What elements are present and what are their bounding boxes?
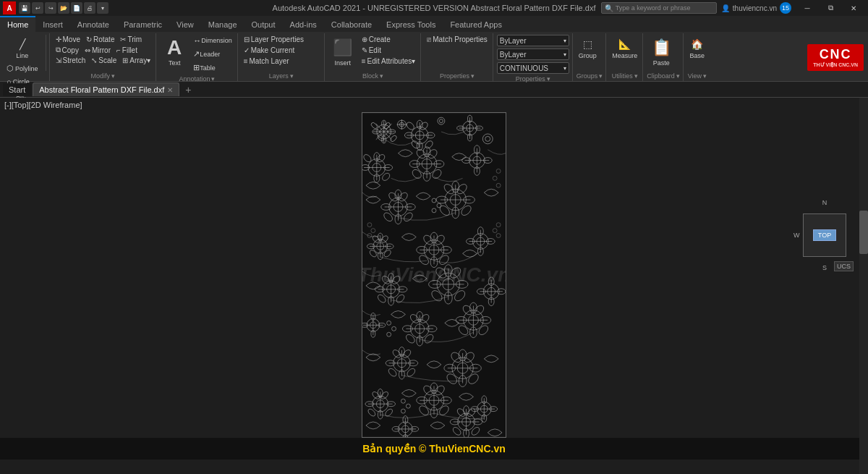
modify-dropdown-icon[interactable]: ▾ <box>111 72 115 80</box>
dimension-button[interactable]: ↔ Dimension <box>191 35 234 46</box>
measure-button[interactable]: 📐 Measure <box>610 35 639 61</box>
print-icon[interactable]: 🖨 <box>84 2 95 14</box>
utilities-dropdown-icon[interactable]: ▾ <box>634 72 638 80</box>
array-button[interactable]: ⊞Array▾ <box>120 56 153 65</box>
tab-view[interactable]: View <box>169 16 201 32</box>
table-icon: ⊞ <box>193 63 200 72</box>
file-tab-0[interactable]: Abstract Floral Pattern DXF File.dxf ✕ <box>33 82 179 96</box>
text-icon: A <box>163 36 186 59</box>
mirror-button[interactable]: ⇔Mirror <box>82 46 113 55</box>
open-icon[interactable]: 📂 <box>58 2 69 14</box>
layer-group-dropdown-icon[interactable]: ▾ <box>547 75 550 82</box>
tab-featuredapps[interactable]: Featured Apps <box>443 16 509 32</box>
annotation-dropdown-icon[interactable]: ▾ <box>211 75 215 82</box>
insert-label: Insert <box>334 59 351 67</box>
view-button[interactable]: 🏠 Base <box>687 35 707 61</box>
view-group: 🏠 Base View ▾ <box>684 33 710 81</box>
save-icon[interactable]: 💾 <box>19 2 30 14</box>
paste-button[interactable]: 📋 Paste <box>647 35 676 68</box>
tab-expresstools[interactable]: Express Tools <box>379 16 443 32</box>
ribbon-content: ╱ Line ⬡ Polyline ○ Circle ⌒ Arc <box>0 32 868 81</box>
rotate-button[interactable]: ↻Rotate <box>84 35 116 44</box>
groups-group: ⬚ Group Groups ▾ <box>574 33 607 81</box>
redo-icon[interactable]: ↪ <box>45 2 56 14</box>
search-box[interactable]: 🔍 Type a keyword or phrase <box>601 2 717 14</box>
search-placeholder: Type a keyword or phrase <box>616 4 691 12</box>
tab-collaborate[interactable]: Collaborate <box>324 16 379 32</box>
copyright-text: Bản quyền © ThuVienCNC.vn <box>362 443 506 454</box>
modify-group-label: Modify ▾ <box>54 71 153 80</box>
nav-cube-top-face[interactable]: TOP <box>813 229 836 241</box>
dropdown-icon[interactable]: ▾ <box>97 2 109 14</box>
block-dropdown-icon[interactable]: ▾ <box>380 72 383 80</box>
insert-icon: ⬛ <box>331 36 354 59</box>
polyline-button[interactable]: ⬡ Polyline <box>4 62 41 75</box>
make-current-button[interactable]: ✓ Make Current <box>242 46 321 55</box>
tab-home[interactable]: Home <box>0 16 35 32</box>
tab-addins[interactable]: Add-ins <box>283 16 324 32</box>
tab-output[interactable]: Output <box>244 16 283 32</box>
nav-cube-west: W <box>793 232 800 239</box>
edit-attributes-button[interactable]: ≡Edit Attributes▾ <box>359 56 418 66</box>
add-tab-button[interactable]: + <box>181 84 195 96</box>
navigation-cube[interactable]: N W TOP S UCS <box>796 199 854 271</box>
layer-dropdown-content: ByLayer ▾ ByLayer ▾ CONTINUOUS ▾ <box>497 35 569 74</box>
title-bar: A 💾 ↩ ↪ 📂 📄 🖨 ▾ Autodesk AutoCAD 2021 - … <box>0 0 868 16</box>
close-button[interactable]: ✕ <box>842 0 865 16</box>
match-properties-group: ⎚ Match Properties Properties ▾ <box>422 33 493 81</box>
username: thuviencnc.vn <box>733 4 777 12</box>
scrollbar-thumb[interactable] <box>859 211 868 254</box>
scale-button[interactable]: ⤡Scale <box>89 56 119 65</box>
tab-parametric[interactable]: Parametric <box>116 16 169 32</box>
move-icon: ✛ <box>56 35 61 43</box>
layers-dropdown-icon[interactable]: ▾ <box>290 72 294 80</box>
line-button[interactable]: ╱ Line <box>4 35 41 61</box>
copy-button[interactable]: ⧉Copy <box>54 45 81 55</box>
layer-dropdown[interactable]: ByLayer ▾ <box>497 35 569 46</box>
color-dropdown[interactable]: ByLayer ▾ <box>497 48 569 60</box>
polyline-icon: ⬡ <box>7 64 14 73</box>
annotation-label-text: Annotation <box>179 75 210 82</box>
restore-button[interactable]: ⧉ <box>819 0 842 16</box>
properties-dropdown-icon[interactable]: ▾ <box>471 72 475 80</box>
clipboard-dropdown-icon[interactable]: ▾ <box>676 72 680 80</box>
match-properties-button[interactable]: ⎚ Match Properties <box>425 35 490 44</box>
measure-icon: 📐 <box>617 36 633 52</box>
view-dropdown-icon[interactable]: ▾ <box>703 72 707 80</box>
linetype-dropdown[interactable]: CONTINUOUS ▾ <box>497 62 569 74</box>
nav-cube-inner[interactable]: W TOP <box>803 213 846 257</box>
move-button[interactable]: ✛Move <box>54 35 82 44</box>
modify-label-text: Modify <box>91 72 111 80</box>
stretch-button[interactable]: ⇲Stretch <box>54 56 88 65</box>
layers-label-text: Layers <box>269 72 289 80</box>
ucs-icon[interactable]: UCS <box>834 261 854 271</box>
create-button[interactable]: ⊕Create <box>359 35 418 44</box>
text-button[interactable]: A Text <box>160 35 189 68</box>
groups-dropdown-icon[interactable]: ▾ <box>599 72 603 80</box>
match-props-icon: ⎚ <box>427 35 431 43</box>
edit-button[interactable]: ✎Edit <box>359 46 418 55</box>
group-button[interactable]: ⬚ Group <box>576 35 599 61</box>
dxf-drawing: ThuVienCNC.vn <box>362 112 506 438</box>
file-tab-close-0[interactable]: ✕ <box>167 86 173 94</box>
start-tab[interactable]: Start <box>3 83 31 96</box>
minimize-button[interactable]: ─ <box>796 0 819 16</box>
tab-insert[interactable]: Insert <box>35 16 70 32</box>
layer-properties-button[interactable]: ⊟ Layer Properties <box>242 35 321 44</box>
paste-icon: 📋 <box>650 36 673 59</box>
view-content: 🏠 Base <box>687 35 707 71</box>
right-scrollbar[interactable] <box>859 98 868 474</box>
watermark-text: ThuVienCNC.vn <box>362 263 506 287</box>
leader-button[interactable]: ↗ Leader <box>191 48 234 60</box>
new-icon[interactable]: 📄 <box>71 2 82 14</box>
undo-icon[interactable]: ↩ <box>32 2 43 14</box>
trim-button[interactable]: ✂Trim <box>118 35 144 44</box>
fillet-button[interactable]: ⌐Fillet <box>114 46 140 55</box>
match-layer-button[interactable]: ≡ Match Layer <box>242 56 321 66</box>
insert-button[interactable]: ⬛ Insert <box>328 35 357 68</box>
table-button[interactable]: ⊞ Table <box>191 62 234 74</box>
tab-manage[interactable]: Manage <box>201 16 244 32</box>
tab-annotate[interactable]: Annotate <box>70 16 116 32</box>
start-tab-label: Start <box>9 85 25 94</box>
color-arrow-icon: ▾ <box>563 51 566 58</box>
